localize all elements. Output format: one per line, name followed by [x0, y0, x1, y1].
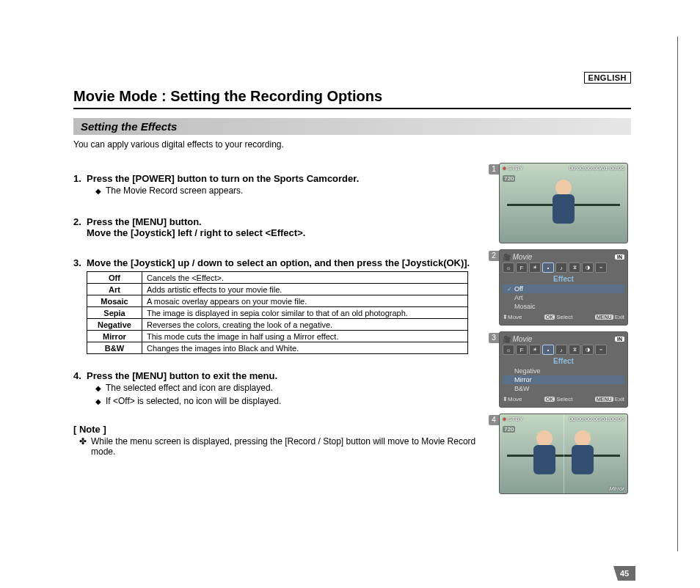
section-subtitle: Setting the Effects [73, 118, 631, 135]
figure-3-tab: 3 [489, 333, 499, 343]
note-mark-icon: ✤ [79, 436, 87, 457]
table-row: B&WChanges the images into Black and Whi… [87, 342, 468, 354]
step-4: 4. Press the [MENU] button to exit the m… [73, 370, 489, 381]
step-4-sub-1: ◆ The selected effect and icon are displ… [95, 383, 489, 394]
table-row: SepiaThe image is displayed in sepia col… [87, 307, 468, 319]
figure-2: 2 🎥 Movie IN ☼F☀•♪⧖◑⌁ Effect ✓Off Art Mo… [499, 249, 631, 326]
page-title: Movie Mode : Setting the Recording Optio… [73, 88, 631, 109]
language-badge: ENGLISH [584, 72, 631, 84]
menu-option-bw[interactable]: B&W [503, 384, 624, 393]
note-item: ✤ While the menu screen is displayed, pr… [79, 436, 489, 457]
menu-key-icon: MENU [595, 315, 613, 320]
movie-mode-icon: 🎥 [503, 254, 511, 261]
menu-option-art[interactable]: Art [503, 293, 624, 302]
menu-category-title: Effect [503, 275, 624, 283]
table-row: NegativeReverses the colors, creating th… [87, 319, 468, 331]
step-1-sub: ◆ The Movie Record screen appears. [95, 185, 489, 197]
joystick-icon: ⬍ [503, 396, 508, 403]
step-3: 3. Move the [Joystick] up / down to sele… [73, 257, 489, 268]
figure-4: 4 ● STBY 00:00:00:00/01:00:06 720 Mirror [499, 414, 631, 494]
table-row: OffCancels the <Effect>. [87, 272, 468, 284]
resolution-badge: 720 [503, 175, 515, 182]
menu-tab-row: ☼F☀•♪⧖◑⌁ [503, 262, 624, 273]
menu-option-mosaic[interactable]: Mosaic [503, 302, 624, 311]
bullet-diamond-icon: ◆ [95, 185, 101, 197]
table-row: ArtAdds artistic effects to your movie f… [87, 284, 468, 295]
bullet-diamond-icon: ◆ [95, 396, 101, 408]
table-row: MosaicA mosaic overlay appears on your m… [87, 295, 468, 307]
step-1: 1. Press the [POWER] button to turn on t… [73, 173, 489, 184]
menu-category-title: Effect [503, 357, 624, 365]
step-4-sub-2: ◆ If <Off> is selected, no icon will be … [95, 396, 489, 408]
figure-3: 3 🎥 Movie IN ☼F☀•♪⧖◑⌁ Effect Negative Mi… [499, 331, 631, 408]
page-number-badge: 45 [613, 566, 635, 581]
joystick-icon: ⬍ [503, 314, 508, 320]
figure-2-tab: 2 [489, 251, 499, 261]
figure-1-tab: 1 [489, 164, 499, 174]
menu-option-off[interactable]: ✓Off [503, 284, 624, 293]
intro-text: You can apply various digital effects to… [73, 139, 631, 150]
bullet-diamond-icon: ◆ [95, 383, 101, 394]
storage-badge: IN [615, 337, 624, 342]
table-row: MirrorThis mode cuts the image in half u… [87, 331, 468, 342]
note-heading: [ Note ] [73, 424, 489, 435]
effect-overlay-label: Mirror [609, 485, 624, 492]
figure-1: 1 ● STBY 00:00:00:00/01:00:06 720 [499, 163, 631, 243]
record-indicator-icon: ● [503, 165, 508, 172]
ok-key-icon: OK [544, 397, 555, 402]
effects-table: OffCancels the <Effect>. ArtAdds artisti… [87, 271, 468, 354]
movie-mode-icon: 🎥 [503, 336, 511, 343]
resolution-badge: 720 [503, 426, 515, 433]
menu-tab-row: ☼F☀•♪⧖◑⌁ [503, 345, 624, 355]
figure-4-tab: 4 [489, 415, 499, 425]
menu-option-negative[interactable]: Negative [503, 367, 624, 375]
storage-badge: IN [615, 254, 624, 260]
menu-option-mirror[interactable]: Mirror [503, 375, 624, 384]
record-indicator-icon: ● [503, 416, 508, 422]
step-2: 2. Press the [MENU] button. Move the [Jo… [73, 216, 489, 238]
ok-key-icon: OK [544, 315, 555, 320]
check-icon: ✓ [507, 286, 514, 293]
menu-key-icon: MENU [595, 397, 613, 402]
